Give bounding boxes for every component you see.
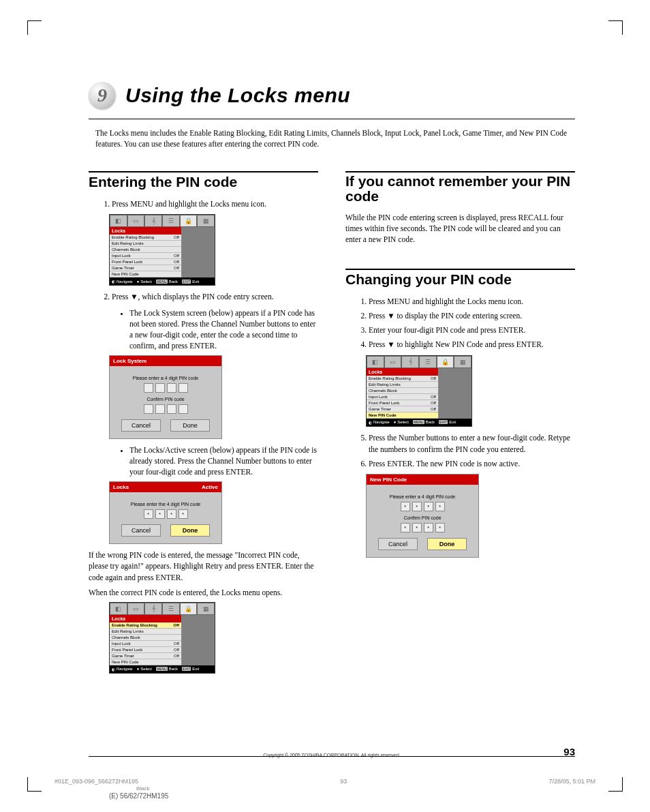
prompt-text: Please enter a 4 digit PIN code bbox=[114, 376, 217, 380]
locks-menu-newpin-screenshot: ◧ ▭ 𝄞 ☰ 🔒 ▦ Locks Enable Rating Blocking… bbox=[366, 355, 472, 427]
footer-page: 93 bbox=[340, 778, 347, 785]
tab-icon: 𝄞 bbox=[401, 356, 419, 368]
menu-row: Channels Block bbox=[110, 635, 181, 641]
crop-mark bbox=[608, 777, 623, 792]
body-text: If the wrong PIN code is entered, the me… bbox=[89, 550, 318, 582]
menu-row: Game TimerOff bbox=[110, 265, 181, 271]
tab-icon: ▭ bbox=[127, 215, 145, 227]
step: Press MENU and highlight the Locks menu … bbox=[369, 296, 575, 307]
lock-icon: 🔒 bbox=[180, 603, 198, 615]
steps-entering: Press MENU and highlight the Locks menu … bbox=[99, 198, 318, 210]
confirm-text: Confirm PIN code bbox=[371, 515, 474, 520]
menu-row: Enable Rating BlockingOff bbox=[367, 376, 438, 382]
crop-mark bbox=[27, 777, 42, 792]
menu-row: Edit Rating Limits bbox=[367, 382, 438, 388]
step: Press MENU and highlight the Locks menu … bbox=[112, 198, 318, 210]
done-button[interactable]: Done bbox=[427, 538, 467, 550]
menu-row: Input LockOff bbox=[367, 394, 438, 400]
step: Press ▼ to display the PIN code entering… bbox=[369, 310, 575, 322]
copyright: Copyright © 2005 TOSHIBA CORPORATION. Al… bbox=[263, 753, 401, 757]
pin-cells: **** bbox=[114, 509, 217, 519]
rule bbox=[89, 119, 575, 119]
menu-row: New PIN Code bbox=[110, 659, 181, 665]
footer-date: 7/28/05, 5:01 PM bbox=[548, 778, 595, 785]
tab-icon: ▦ bbox=[197, 215, 215, 227]
pin-cells bbox=[114, 404, 217, 414]
tab-icon: ▦ bbox=[197, 603, 215, 615]
right-column: If you cannot remember your PIN code Whi… bbox=[345, 166, 575, 679]
crop-mark bbox=[27, 20, 42, 35]
menu-row: New PIN Code bbox=[110, 271, 181, 277]
menu-header: Locks bbox=[110, 227, 181, 235]
lock-icon: 🔒 bbox=[437, 356, 454, 368]
tab-icon: ▭ bbox=[384, 356, 402, 368]
body-text: When the correct PIN code is entered, th… bbox=[89, 587, 318, 598]
rule bbox=[345, 269, 575, 270]
pin-cells bbox=[114, 383, 217, 393]
done-button[interactable]: Done bbox=[170, 524, 210, 537]
step: Enter your four-digit PIN code and press… bbox=[369, 325, 575, 336]
menu-tabbar: ◧ ▭ 𝄞 ☰ 🔒 ▦ bbox=[110, 603, 215, 615]
down-arrow-icon: ▼ bbox=[387, 312, 394, 320]
dialog-header: New PIN Code bbox=[367, 475, 478, 485]
cancel-button[interactable]: Cancel bbox=[121, 419, 161, 432]
lock-system-dialog: Lock System Please enter a 4 digit PIN c… bbox=[109, 355, 222, 439]
steps-changing-cont: Press the Number buttons to enter a new … bbox=[356, 432, 575, 470]
model-ref: (E) 56/62/72HM195 bbox=[109, 792, 168, 800]
menu-header: Locks bbox=[367, 368, 438, 376]
locks-menu-open-screenshot: ◧ ▭ 𝄞 ☰ 🔒 ▦ Locks Enable Rating Blocking… bbox=[109, 602, 215, 674]
locks-active-dialog: LocksActive Please enter the 4 digit PIN… bbox=[109, 481, 222, 544]
menu-row: Channels Block bbox=[367, 388, 438, 394]
cancel-button[interactable]: Cancel bbox=[378, 538, 418, 550]
left-column: Entering the PIN code Press MENU and hig… bbox=[89, 166, 318, 679]
menu-row: Front Panel LockOff bbox=[110, 259, 181, 265]
menu-panel: Locks Enable Rating BlockingOff Edit Rat… bbox=[110, 227, 182, 277]
step: Press ▼ to highlight New PIN Code and pr… bbox=[369, 339, 575, 350]
rule bbox=[345, 171, 575, 172]
bullet-item: The Lock System screen (below) appears i… bbox=[129, 307, 318, 351]
done-button[interactable]: Done bbox=[170, 419, 210, 432]
menu-row: Channels Block bbox=[110, 247, 181, 253]
print-footer: #01E_093-096_566272HM195 93 7/28/05, 5:0… bbox=[55, 778, 595, 785]
tab-icon: ☰ bbox=[162, 215, 180, 227]
down-arrow-icon: ▼ bbox=[130, 292, 138, 301]
menu-row: Edit Rating Limits bbox=[110, 629, 181, 635]
chapter-intro: The Locks menu includes the Enable Ratin… bbox=[95, 127, 568, 149]
help-bar: ◐ Navigate ● Select MENU Back EXIT Exit bbox=[110, 665, 215, 673]
tab-icon: ☰ bbox=[419, 356, 437, 368]
section-title-changing: Changing your PIN code bbox=[345, 271, 575, 288]
rule bbox=[89, 756, 575, 757]
dialog-header: Lock System bbox=[110, 356, 221, 366]
chapter-heading: 9 Using the Locks menu bbox=[89, 82, 575, 109]
lock-icon: 🔒 bbox=[180, 215, 198, 227]
tab-icon: 𝄞 bbox=[144, 603, 162, 615]
steps-changing: Press MENU and highlight the Locks menu … bbox=[356, 296, 575, 351]
steps-entering-2: Press ▼, which displays the PIN code ent… bbox=[99, 291, 318, 303]
prompt-text: Please enter the 4 digit PIN code bbox=[114, 502, 217, 507]
step: Press ENTER. The new PIN code is now act… bbox=[369, 458, 575, 470]
step: Press the Number buttons to enter a new … bbox=[369, 432, 575, 456]
help-bar: ◐ Navigate ● Select MENU Back EXIT Exit bbox=[110, 277, 215, 285]
menu-row: Game TimerOff bbox=[110, 653, 181, 659]
menu-row: Front Panel LockOff bbox=[110, 647, 181, 653]
menu-tabbar: ◧ ▭ 𝄞 ☰ 🔒 ▦ bbox=[367, 356, 471, 368]
bullet-item: The Locks/Active screen (below) appears … bbox=[129, 445, 318, 477]
menu-row: Input LockOff bbox=[110, 641, 181, 647]
chapter-title: Using the Locks menu bbox=[125, 84, 350, 107]
menu-row: Game TimerOff bbox=[367, 406, 438, 412]
menu-row-selected: Enable Rating BlockingOff bbox=[110, 622, 181, 629]
help-bar: ◐ Navigate ● Select MENU Back EXIT Exit bbox=[367, 419, 471, 426]
cancel-button[interactable]: Cancel bbox=[121, 524, 161, 537]
tab-icon: ◧ bbox=[110, 215, 127, 227]
menu-row: Input LockOff bbox=[110, 253, 181, 259]
dialog-header: LocksActive bbox=[110, 482, 221, 492]
prompt-text: Please enter a 4 digit PIN code bbox=[371, 494, 474, 499]
crop-mark bbox=[608, 20, 623, 35]
tab-icon: ☰ bbox=[162, 603, 180, 615]
rule bbox=[89, 171, 318, 172]
menu-header: Locks bbox=[110, 615, 181, 622]
tab-icon: ◧ bbox=[367, 356, 384, 368]
chapter-number-badge: 9 bbox=[89, 82, 116, 109]
confirm-text: Confirm PIN code bbox=[114, 397, 217, 402]
down-arrow-icon: ▼ bbox=[387, 340, 394, 348]
